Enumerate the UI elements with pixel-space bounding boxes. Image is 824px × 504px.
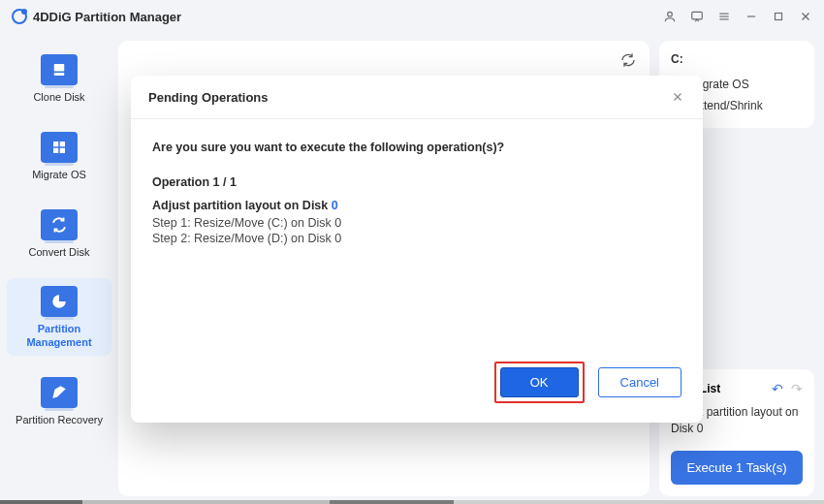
dialog-close-button[interactable] [670, 89, 685, 105]
dialog-body: Are you sure you want to execute the fol… [131, 119, 703, 346]
sidebar-item-convert-disk[interactable]: Convert Disk [7, 202, 111, 266]
sidebar-item-label: Convert Disk [11, 246, 108, 260]
app-title: 4DDiG Partition Manager [33, 10, 181, 24]
redo-icon[interactable]: ↷ [791, 381, 803, 396]
window-bottom-edge [0, 500, 824, 504]
sidebar-item-label: Partition Management [11, 323, 108, 350]
sidebar: Clone Disk Migrate OS Convert Disk Parti… [0, 33, 118, 504]
ok-button[interactable]: OK [500, 367, 579, 397]
cancel-button[interactable]: Cancel [598, 367, 681, 397]
svg-rect-1 [692, 12, 703, 19]
account-icon[interactable] [663, 10, 677, 23]
execute-tasks-button[interactable]: Execute 1 Task(s) [671, 451, 803, 485]
partition-management-icon [41, 286, 78, 317]
svg-rect-13 [53, 148, 58, 153]
sidebar-item-label: Migrate OS [11, 169, 108, 182]
sidebar-item-clone-disk[interactable]: Clone Disk [7, 47, 111, 110]
task-list-actions: ↶ ↷ [772, 381, 803, 396]
dialog-footer: OK Cancel [131, 346, 703, 423]
titlebar-left: 4DDiG Partition Manager [12, 9, 181, 24]
svg-point-0 [668, 12, 673, 16]
dialog-header: Pending Operations [131, 76, 703, 119]
drive-label: C: [671, 52, 803, 66]
svg-rect-6 [776, 14, 782, 20]
svg-rect-11 [53, 142, 58, 146]
refresh-icon[interactable] [620, 52, 636, 72]
partition-recovery-icon [41, 377, 78, 408]
app-logo-icon [12, 9, 27, 24]
operation-step: Step 2: Resize/Move (D:) on Disk 0 [152, 232, 681, 245]
undo-icon[interactable]: ↶ [772, 381, 783, 396]
sidebar-item-label: Partition Recovery [11, 414, 108, 427]
sidebar-item-partition-management[interactable]: Partition Management [7, 278, 111, 356]
dialog-title: Pending Operations [148, 90, 269, 105]
close-button[interactable] [799, 10, 812, 23]
minimize-button[interactable] [745, 10, 758, 23]
svg-rect-10 [54, 73, 65, 76]
ok-highlight: OK [494, 362, 585, 403]
sidebar-item-label: Clone Disk [11, 91, 108, 105]
operation-counter: Operation 1 / 1 [152, 175, 681, 189]
maximize-button[interactable] [772, 10, 785, 23]
sidebar-item-migrate-os[interactable]: Migrate OS [7, 124, 111, 188]
titlebar-right [663, 10, 812, 23]
clone-disk-icon [41, 54, 78, 85]
titlebar: 4DDiG Partition Manager [0, 0, 824, 33]
sidebar-item-partition-recovery[interactable]: Partition Recovery [7, 369, 111, 433]
task-line2: Disk 0 [671, 421, 803, 437]
convert-disk-icon [41, 209, 78, 240]
menu-icon[interactable] [717, 10, 731, 23]
operation-title: Adjust partition layout on Disk 0 [152, 199, 681, 212]
svg-rect-12 [60, 142, 65, 146]
operation-title-text: Adjust partition layout on Disk [152, 199, 332, 212]
svg-rect-9 [54, 64, 65, 72]
pending-operations-dialog: Pending Operations Are you sure you want… [131, 76, 703, 423]
confirm-question: Are you sure you want to execute the fol… [152, 141, 681, 154]
operation-disk-number: 0 [332, 199, 338, 212]
operation-step: Step 1: Resize/Move (C:) on Disk 0 [152, 216, 681, 230]
migrate-os-icon [41, 132, 78, 163]
feedback-icon[interactable] [690, 10, 704, 23]
svg-rect-14 [60, 148, 65, 153]
